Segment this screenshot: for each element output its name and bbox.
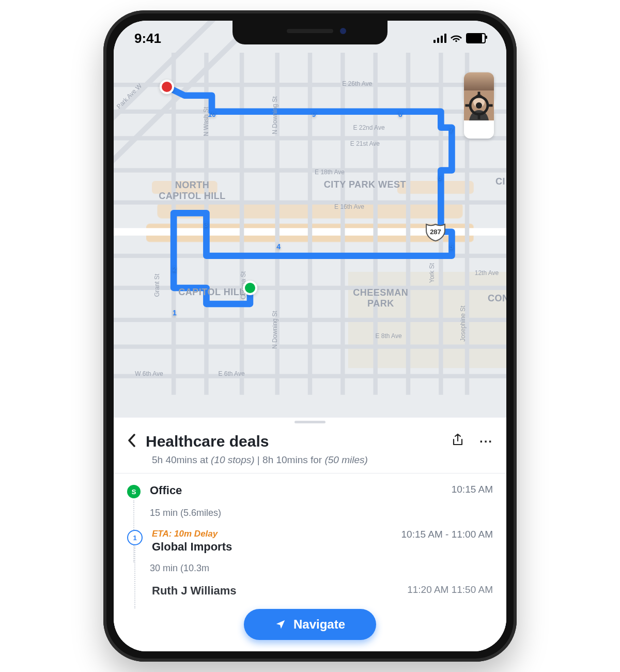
map-label-con: CON bbox=[488, 293, 506, 303]
stop-badge-1: 1 bbox=[127, 530, 143, 545]
crosshair-icon bbox=[464, 72, 494, 139]
map-street-e16: E 16th Ave bbox=[334, 203, 364, 210]
map-street-e12: 12th Ave bbox=[475, 269, 499, 277]
back-button[interactable] bbox=[127, 433, 136, 450]
sheet-subtitle: 5h 40mins at (10 stops) | 8h 10mins for … bbox=[114, 452, 506, 474]
phone-screen: 9:41 bbox=[114, 21, 506, 651]
stop-name: Global Imports bbox=[152, 540, 392, 554]
navigate-arrow-icon bbox=[275, 619, 286, 630]
stop-row-2[interactable]: Ruth J Williams 11:20 AM 11:50 AM bbox=[127, 577, 493, 601]
sheet-title: Healthcare deals bbox=[146, 433, 442, 450]
stop-time: 10:15 AM bbox=[452, 484, 493, 495]
route-sheet[interactable]: Healthcare deals ··· 5h 40mins at (10 st… bbox=[114, 417, 506, 651]
stop-eta-delay: ETA: 10m Delay bbox=[152, 529, 392, 539]
stop-badge-start: S bbox=[127, 485, 141, 498]
recenter-button[interactable] bbox=[464, 109, 494, 139]
stop-time: 10:15 AM - 11:00 AM bbox=[401, 529, 493, 540]
battery-icon bbox=[466, 33, 486, 43]
chevron-left-icon bbox=[127, 433, 136, 448]
map-label-north-capitol-hill: NORTHCAPITOL HILL bbox=[159, 180, 225, 202]
map-street-e8: E 8th Ave bbox=[375, 332, 401, 340]
map-label-cheesman-park: CHEESMANPARK bbox=[353, 287, 408, 309]
cellular-signal-icon bbox=[433, 34, 446, 43]
segment-info: 30 min (10.3m bbox=[127, 554, 493, 577]
phone-frame: 9:41 bbox=[103, 10, 517, 662]
stop-name: Ruth J Williams bbox=[152, 584, 398, 598]
share-button[interactable] bbox=[452, 433, 464, 450]
wifi-icon bbox=[451, 33, 462, 44]
map-street-york: York St bbox=[428, 263, 436, 283]
map-street-ndown2: N Downing St bbox=[271, 311, 278, 348]
map-street-grant: Grant St bbox=[153, 274, 161, 297]
map-label-ci: CI bbox=[495, 176, 505, 187]
highway-shield-287: 287 bbox=[425, 222, 446, 242]
notch bbox=[233, 21, 388, 44]
stop-name: Office bbox=[150, 484, 442, 497]
navigate-button[interactable]: Navigate bbox=[244, 609, 376, 640]
stop-row-start[interactable]: S Office 10:15 AM bbox=[127, 477, 493, 498]
map-label-capitol-hill: CAPITOL HILL bbox=[178, 286, 245, 297]
share-icon bbox=[452, 433, 464, 447]
route-start-dot[interactable] bbox=[243, 281, 257, 295]
map-street-e18: E 18th Ave bbox=[315, 169, 345, 176]
map-street-e21: E 21st Ave bbox=[350, 140, 380, 147]
route-end-dot[interactable] bbox=[160, 80, 174, 94]
map-street-e26: E 26th Ave bbox=[342, 80, 372, 87]
map-street-e22: E 22nd Ave bbox=[353, 124, 384, 131]
segment-info: 15 min (5.6miles) bbox=[127, 498, 493, 522]
stop-time: 11:20 AM 11:50 AM bbox=[407, 584, 493, 595]
map-street-w6: W 6th Ave bbox=[135, 370, 163, 377]
svg-text:287: 287 bbox=[430, 228, 441, 236]
map-street-e6: E 6th Ave bbox=[218, 370, 244, 377]
status-time: 9:41 bbox=[134, 30, 161, 47]
stop-row-1[interactable]: 1 ETA: 10m Delay Global Imports 10:15 AM… bbox=[127, 522, 493, 554]
map-street-jos: Josephine St bbox=[459, 306, 467, 341]
map-street-ndown: N Downing St bbox=[271, 96, 278, 134]
map-label-city-park-west: CITY PARK WEST bbox=[324, 179, 406, 190]
svg-point-32 bbox=[476, 102, 482, 109]
more-button[interactable]: ··· bbox=[479, 434, 493, 449]
